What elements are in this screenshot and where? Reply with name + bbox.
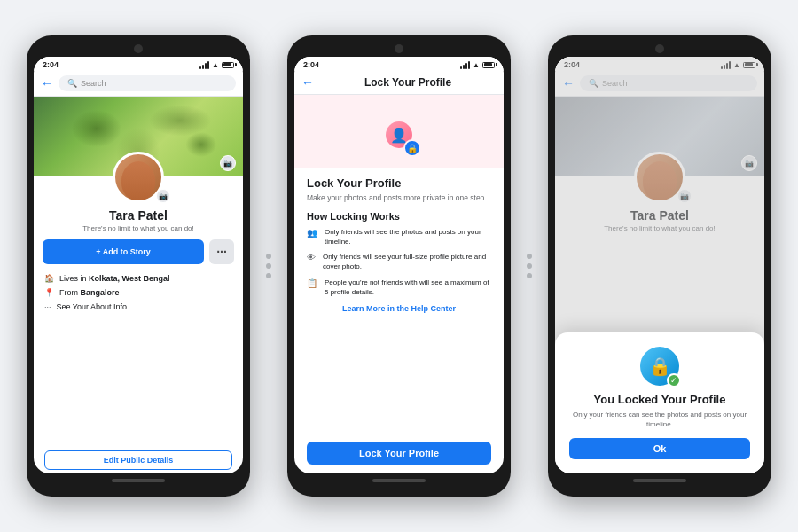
dot-5	[527, 263, 532, 269]
phone-bottom-3	[633, 479, 686, 482]
dot-1	[266, 254, 271, 259]
avatar-face-1	[121, 161, 155, 200]
back-button-1[interactable]: ←	[41, 76, 53, 90]
how-text-1: Only friends will see the photos and pos…	[325, 227, 491, 246]
add-story-button-1[interactable]: + Add to Story	[43, 239, 204, 264]
profile-info-1: Tara Patel There's no limit to what you …	[34, 203, 243, 236]
locked-icon-3: 🔒 ✓	[640, 347, 679, 386]
locked-title-3: You Locked Your Profile	[594, 393, 726, 406]
phone-camera-1	[134, 44, 143, 53]
lock-header-2: 👤 🔒	[294, 95, 504, 168]
edit-public-button-1[interactable]: Edit Public Details	[44, 450, 232, 470]
status-icons-1: ▲	[200, 61, 234, 69]
location-icon-1: 📍	[44, 288, 54, 297]
locked-desc-3: Only your friends can see the photos and…	[569, 410, 750, 429]
lock-badge-2: 🔒	[403, 139, 421, 157]
more-button-1[interactable]: ···	[209, 239, 234, 264]
profile-name-1: Tara Patel	[44, 208, 232, 223]
search-box-1[interactable]: 🔍 Search	[59, 75, 236, 91]
dot-4	[527, 254, 532, 259]
phone-screen-3: 2:04 ▲ ← 🔍 Search 📷	[555, 57, 764, 473]
phone-1: 2:04 ▲ ← 🔍 Search 📷	[27, 35, 250, 497]
phone-2: 2:04 ▲ ← Lock Your Profile 👤 🔒	[287, 35, 511, 497]
how-item-1: 👥 Only friends will see the photos and p…	[307, 227, 491, 246]
search-placeholder-1: Search	[81, 79, 106, 88]
locked-modal-3: 🔒 ✓ You Locked Your Profile Only your fr…	[555, 332, 764, 473]
phone-bottom-1	[112, 479, 165, 482]
wifi-icon-2: ▲	[473, 61, 480, 69]
status-time-1: 2:04	[43, 60, 59, 69]
detail-lives-1: 🏠 Lives in Kolkata, West Bengal	[44, 271, 232, 286]
dot-2	[266, 263, 271, 269]
phone-screen-1: 2:04 ▲ ← 🔍 Search 📷	[34, 57, 243, 473]
back-button-2[interactable]: ←	[301, 75, 314, 90]
list-icon-2: 📋	[307, 278, 317, 288]
status-bar-2: 2:04 ▲	[294, 57, 504, 71]
how-title-2: How Locking Works	[307, 211, 491, 222]
battery-icon-1	[222, 62, 234, 68]
dots-divider-2	[527, 254, 532, 278]
locked-check-3: ✓	[667, 373, 681, 387]
dot-6	[527, 273, 532, 278]
phone-bottom-2	[372, 479, 426, 482]
detail-lives-text-1: Lives in Kolkata, West Bengal	[59, 274, 169, 283]
status-time-2: 2:04	[303, 60, 319, 69]
scene: 2:04 ▲ ← 🔍 Search 📷	[0, 0, 798, 532]
phone-camera-2	[395, 44, 403, 53]
home-icon-1: 🏠	[44, 274, 54, 283]
how-text-2: Only friends will see your full-size pro…	[323, 252, 491, 271]
learn-more-link-2[interactable]: Learn More in the Help Center	[307, 304, 491, 313]
phone-3: 2:04 ▲ ← 🔍 Search 📷	[548, 35, 771, 497]
avatar-area-1: 📷	[34, 152, 243, 203]
how-item-3: 📋 People you're not friends with will se…	[307, 278, 491, 297]
friends-icon-2: 👥	[307, 228, 317, 238]
ok-button-3[interactable]: Ok	[569, 438, 750, 459]
phone-camera-3	[655, 44, 664, 53]
profile-details-1: 🏠 Lives in Kolkata, West Bengal 📍 From B…	[34, 268, 243, 447]
nav-bar-1: ← 🔍 Search	[34, 71, 243, 97]
detail-about-text-1: See Your About Info	[57, 302, 128, 311]
nav-title-2: Lock Your Profile	[319, 76, 497, 89]
detail-from-text-1: From Bangalore	[59, 288, 120, 297]
signal-icon-2	[460, 61, 470, 69]
dot-3	[266, 273, 271, 278]
lock-title-2: Lock Your Profile	[307, 176, 491, 190]
lock-symbol-3: 🔒	[649, 356, 671, 377]
status-bar-1: 2:04 ▲	[34, 57, 243, 71]
lock-profile-button-2[interactable]: Lock Your Profile	[307, 442, 491, 465]
how-text-3: People you're not friends with will see …	[325, 278, 491, 297]
detail-from-1: 📍 From Bangalore	[44, 286, 232, 300]
dots-divider-1	[266, 254, 271, 278]
lock-desc-2: Make your photos and posts more private …	[307, 193, 491, 204]
search-icon-1: 🔍	[67, 79, 77, 88]
lock-icon-big-2: 👤 🔒	[377, 113, 421, 157]
action-buttons-1: + Add to Story ···	[34, 236, 243, 268]
avatar-camera-btn-1[interactable]: 📷	[156, 189, 170, 203]
dots-icon-1: ···	[44, 302, 51, 311]
phone-screen-2: 2:04 ▲ ← Lock Your Profile 👤 🔒	[294, 57, 504, 473]
status-icons-2: ▲	[460, 61, 495, 69]
wifi-icon-1: ▲	[212, 61, 219, 69]
eye-icon-2: 👁	[307, 253, 316, 262]
lock-content-2: Lock Your Profile Make your photos and p…	[294, 168, 504, 436]
detail-about-1[interactable]: ··· See Your About Info	[44, 300, 232, 314]
battery-icon-2	[482, 62, 495, 68]
nav-bar-2: ← Lock Your Profile	[294, 71, 504, 95]
how-item-2: 👁 Only friends will see your full-size p…	[307, 252, 491, 271]
signal-icon-1	[200, 61, 209, 69]
profile-tagline-1: There's no limit to what you can do!	[44, 224, 232, 232]
